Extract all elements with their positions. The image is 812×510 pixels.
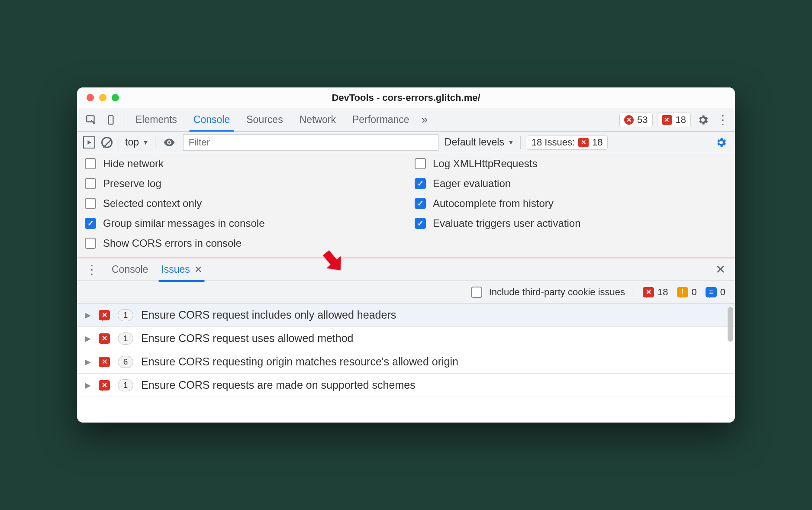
checkbox-icon bbox=[85, 238, 96, 249]
chevron-down-icon: ▼ bbox=[508, 139, 514, 146]
checkbox-icon: ✓ bbox=[415, 218, 426, 229]
issue-row[interactable]: ▶ ✕ 6 Ensure CORS requesting origin matc… bbox=[77, 350, 735, 374]
stat-value: 0 bbox=[692, 287, 697, 298]
expand-icon[interactable]: ▶ bbox=[85, 334, 91, 343]
drawer-menu-icon[interactable]: ⋮ bbox=[84, 262, 100, 278]
console-settings-icon[interactable] bbox=[713, 135, 729, 150]
divider bbox=[119, 136, 119, 149]
issues-link-badge[interactable]: 18 Issues: ✕ 18 bbox=[527, 135, 608, 150]
stat-value: 0 bbox=[720, 287, 725, 298]
issue-count-badge[interactable]: ✕ 18 bbox=[657, 113, 691, 127]
issue-count: 18 bbox=[676, 114, 686, 126]
svg-rect-0 bbox=[87, 116, 94, 122]
inspect-icon[interactable] bbox=[83, 112, 99, 128]
issue-title: Ensure CORS request includes only allowe… bbox=[141, 309, 396, 321]
close-tab-icon[interactable]: ✕ bbox=[194, 264, 202, 275]
issue-count-pill: 6 bbox=[118, 356, 133, 368]
setting-evaluate-activation[interactable]: ✓Evaluate triggers user activation bbox=[415, 217, 727, 229]
levels-dropdown[interactable]: Default levels ▼ bbox=[445, 136, 514, 148]
execution-context-icon[interactable] bbox=[83, 136, 95, 148]
issue-title: Ensure CORS requesting origin matches re… bbox=[141, 355, 458, 368]
setting-hide-network[interactable]: Hide network bbox=[85, 158, 397, 170]
error-icon: ✕ bbox=[99, 380, 110, 391]
svg-point-2 bbox=[168, 141, 170, 143]
scrollbar[interactable] bbox=[728, 307, 733, 342]
context-label: top bbox=[125, 136, 139, 148]
divider bbox=[155, 136, 155, 149]
issue-row[interactable]: ▶ ✕ 1 Ensure CORS request uses allowed m… bbox=[77, 327, 735, 350]
issue-count-pill: 1 bbox=[118, 332, 133, 345]
devtools-window: DevTools - cors-errors.glitch.me/ Elemen… bbox=[77, 87, 735, 423]
setting-preserve-log[interactable]: Preserve log bbox=[85, 178, 397, 190]
setting-group-similar[interactable]: ✓Group similar messages in console bbox=[85, 217, 397, 229]
error-icon: ✕ bbox=[99, 357, 110, 367]
tab-network[interactable]: Network bbox=[298, 109, 338, 131]
checkbox-icon bbox=[85, 198, 96, 209]
panel-tabs: Elements Console Sources Network Perform… bbox=[134, 109, 411, 131]
divider bbox=[520, 136, 521, 149]
checkbox-icon bbox=[415, 158, 426, 169]
settings-icon[interactable] bbox=[695, 112, 711, 128]
console-settings-panel: Hide network Log XMLHttpRequests Preserv… bbox=[77, 153, 735, 258]
setting-label: Preserve log bbox=[103, 178, 161, 190]
setting-label: Hide network bbox=[103, 158, 164, 170]
stat-info[interactable]: ≡0 bbox=[706, 287, 725, 298]
drawer-tab-issues[interactable]: Issues ✕ bbox=[160, 258, 203, 281]
stat-errors[interactable]: ✕18 bbox=[643, 287, 668, 298]
include-label: Include third-party cookie issues bbox=[489, 287, 625, 298]
checkbox-icon: ✓ bbox=[85, 218, 96, 229]
drawer-tab-label: Issues bbox=[161, 264, 190, 275]
issue-count-pill: 1 bbox=[118, 309, 133, 321]
error-icon: ✕ bbox=[643, 287, 654, 297]
setting-eager-eval[interactable]: ✓Eager evaluation bbox=[415, 178, 727, 190]
setting-show-cors-errors[interactable]: Show CORS errors in console bbox=[85, 237, 397, 249]
checkbox-icon bbox=[85, 178, 96, 189]
console-controls: top ▼ Default levels ▼ 18 Issues: ✕ 18 bbox=[77, 132, 735, 153]
setting-label: Eager evaluation bbox=[433, 178, 511, 190]
tab-performance[interactable]: Performance bbox=[351, 109, 411, 131]
setting-label: Evaluate triggers user activation bbox=[433, 217, 581, 229]
context-dropdown[interactable]: top ▼ bbox=[125, 136, 149, 148]
stat-warnings[interactable]: !0 bbox=[677, 287, 697, 298]
error-icon: ✕ bbox=[624, 115, 634, 125]
issue-count-pill: 1 bbox=[118, 379, 133, 391]
main-toolbar: Elements Console Sources Network Perform… bbox=[77, 108, 735, 132]
error-count: 53 bbox=[637, 114, 648, 126]
filter-input[interactable] bbox=[183, 134, 438, 151]
kebab-menu-icon[interactable]: ⋮ bbox=[715, 112, 731, 128]
more-tabs-icon[interactable]: » bbox=[422, 113, 428, 126]
live-expression-icon[interactable] bbox=[161, 135, 177, 150]
clear-console-icon[interactable] bbox=[101, 137, 113, 148]
tab-elements[interactable]: Elements bbox=[134, 109, 179, 131]
svg-rect-1 bbox=[109, 116, 113, 124]
expand-icon[interactable]: ▶ bbox=[85, 381, 91, 390]
close-drawer-icon[interactable]: ✕ bbox=[715, 262, 725, 277]
checkbox-icon: ✓ bbox=[415, 178, 426, 189]
setting-autocomplete-history[interactable]: ✓Autocomplete from history bbox=[415, 197, 727, 210]
device-toggle-icon[interactable] bbox=[103, 112, 119, 128]
info-icon: ≡ bbox=[706, 287, 717, 297]
setting-selected-context[interactable]: Selected context only bbox=[85, 197, 397, 210]
tab-sources[interactable]: Sources bbox=[245, 109, 284, 131]
issue-row[interactable]: ▶ ✕ 1 Ensure CORS requests are made on s… bbox=[77, 374, 735, 397]
setting-label: Selected context only bbox=[103, 197, 202, 210]
issue-row[interactable]: ▶ ✕ 1 Ensure CORS request includes only … bbox=[77, 303, 735, 327]
levels-label: Default levels bbox=[445, 136, 504, 148]
stat-value: 18 bbox=[657, 287, 668, 298]
divider bbox=[123, 113, 123, 126]
include-third-party-toggle[interactable]: Include third-party cookie issues bbox=[471, 287, 625, 298]
issue-title: Ensure CORS requests are made on support… bbox=[141, 379, 416, 391]
setting-log-xhr[interactable]: Log XMLHttpRequests bbox=[415, 158, 727, 170]
expand-icon[interactable]: ▶ bbox=[85, 357, 91, 367]
issues-list[interactable]: ▶ ✕ 1 Ensure CORS request includes only … bbox=[77, 303, 735, 423]
error-count-badge[interactable]: ✕ 53 bbox=[619, 113, 652, 127]
drawer-tab-console[interactable]: Console bbox=[111, 258, 149, 281]
warning-icon: ! bbox=[677, 287, 688, 297]
setting-label: Show CORS errors in console bbox=[103, 237, 242, 249]
issue-title: Ensure CORS request uses allowed method bbox=[141, 332, 354, 345]
issues-count: 18 bbox=[592, 137, 603, 148]
setting-label: Log XMLHttpRequests bbox=[433, 158, 537, 170]
tab-console[interactable]: Console bbox=[192, 109, 232, 131]
checkbox-icon bbox=[85, 158, 96, 169]
expand-icon[interactable]: ▶ bbox=[85, 310, 91, 320]
